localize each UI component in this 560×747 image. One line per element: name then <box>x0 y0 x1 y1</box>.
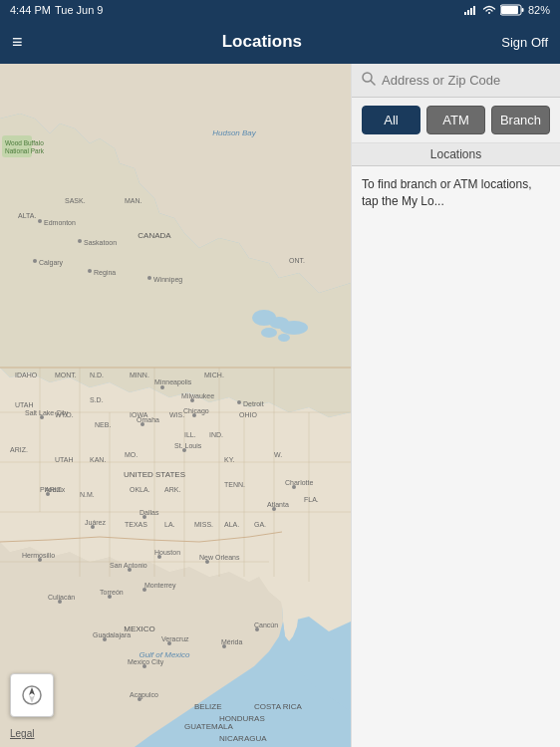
svg-point-75 <box>33 259 37 263</box>
day: Tue Jun 9 <box>55 4 104 16</box>
svg-text:BELIZE: BELIZE <box>194 702 222 711</box>
map-area[interactable]: Hudson Bay Gulf of Mexico CANADA UNITED … <box>0 64 351 747</box>
map-svg: Hudson Bay Gulf of Mexico CANADA UNITED … <box>0 64 351 747</box>
svg-point-79 <box>147 276 151 280</box>
svg-rect-0 <box>464 12 466 15</box>
svg-text:MO.: MO. <box>125 451 138 458</box>
svg-point-77 <box>88 269 92 273</box>
svg-text:IDAHO: IDAHO <box>15 372 38 378</box>
svg-text:GUATEMALA: GUATEMALA <box>184 722 233 731</box>
svg-text:Minneapolis: Minneapolis <box>154 378 192 386</box>
svg-text:WIS.: WIS. <box>169 411 184 418</box>
svg-text:MINN.: MINN. <box>130 372 149 378</box>
svg-text:Edmonton: Edmonton <box>44 219 76 226</box>
header: ≡ Locations Sign Off <box>0 20 560 64</box>
svg-text:N.D.: N.D. <box>90 372 104 378</box>
svg-text:Cancún: Cancún <box>254 622 278 628</box>
svg-text:Wood Buffalo: Wood Buffalo <box>5 139 44 146</box>
svg-text:San Antonio: San Antonio <box>110 562 147 569</box>
svg-rect-2 <box>470 8 472 15</box>
locations-section-label: Locations <box>352 143 560 166</box>
svg-text:Charlotte: Charlotte <box>285 479 314 486</box>
my-location-button[interactable] <box>10 673 54 717</box>
info-text: To find branch or ATM locations, tap the… <box>352 166 560 220</box>
svg-text:Regina: Regina <box>94 269 116 277</box>
svg-marker-136 <box>29 687 35 695</box>
filter-atm-button[interactable]: ATM <box>426 106 485 134</box>
svg-text:TEXAS: TEXAS <box>125 521 147 528</box>
svg-rect-5 <box>521 8 523 12</box>
signal-icon <box>464 5 478 15</box>
battery-pct: 82% <box>528 4 550 16</box>
svg-text:ALTA.: ALTA. <box>18 212 36 219</box>
svg-rect-6 <box>501 6 518 14</box>
svg-text:Torreón: Torreón <box>100 589 124 596</box>
svg-text:ALA.: ALA. <box>224 521 239 528</box>
battery-icon <box>500 4 524 16</box>
svg-point-11 <box>261 328 277 338</box>
svg-text:ILL.: ILL. <box>184 431 196 438</box>
status-right: 82% <box>464 4 550 16</box>
svg-line-140 <box>371 81 375 85</box>
main-layout: Hudson Bay Gulf of Mexico CANADA UNITED … <box>0 64 560 747</box>
svg-point-71 <box>38 219 42 223</box>
svg-text:Winnipeg: Winnipeg <box>153 276 182 284</box>
search-input[interactable] <box>382 73 550 88</box>
svg-point-87 <box>237 400 241 404</box>
filter-branch-button[interactable]: Branch <box>491 106 550 134</box>
filter-all-button[interactable]: All <box>362 106 420 134</box>
svg-text:Acapulco: Acapulco <box>130 691 158 699</box>
wifi-icon <box>482 5 496 15</box>
svg-text:FLA.: FLA. <box>304 496 319 503</box>
svg-text:ARK.: ARK. <box>164 486 180 493</box>
svg-text:UNITED STATES: UNITED STATES <box>124 470 185 479</box>
svg-text:NICARAGUA: NICARAGUA <box>219 734 267 743</box>
svg-text:COSTA RICA: COSTA RICA <box>254 702 303 711</box>
svg-text:Culiacán: Culiacán <box>48 594 75 601</box>
svg-point-81 <box>160 385 164 389</box>
time: 4:44 PM <box>10 4 51 16</box>
svg-text:Mérida: Mérida <box>221 638 243 645</box>
svg-text:W.: W. <box>274 451 282 458</box>
svg-text:Phoenix: Phoenix <box>40 486 66 493</box>
svg-text:GA.: GA. <box>254 521 266 528</box>
svg-text:SASK.: SASK. <box>65 197 86 204</box>
svg-text:Hermosillo: Hermosillo <box>22 552 55 559</box>
svg-rect-1 <box>467 10 469 15</box>
menu-button[interactable]: ≡ <box>12 32 23 53</box>
svg-text:Chicago: Chicago <box>183 407 209 415</box>
sign-off-button[interactable]: Sign Off <box>501 35 548 50</box>
right-panel: All ATM Branch Locations To find branch … <box>351 64 560 747</box>
svg-text:St. Louis: St. Louis <box>174 442 202 449</box>
search-bar <box>352 64 560 98</box>
search-icon <box>362 72 376 89</box>
svg-text:Saskatoon: Saskatoon <box>84 239 117 246</box>
svg-text:Salt Lake City: Salt Lake City <box>25 409 69 417</box>
svg-text:Hudson Bay: Hudson Bay <box>212 128 257 137</box>
svg-text:UTAH: UTAH <box>55 456 74 463</box>
svg-text:S.D.: S.D. <box>90 396 104 403</box>
svg-text:HONDURAS: HONDURAS <box>219 714 265 723</box>
svg-marker-137 <box>29 695 35 703</box>
svg-text:KAN.: KAN. <box>90 456 106 463</box>
svg-text:Juárez: Juárez <box>85 519 107 526</box>
svg-text:Atlanta: Atlanta <box>267 501 289 508</box>
svg-text:LA.: LA. <box>164 521 175 528</box>
svg-text:Monterrey: Monterrey <box>144 582 176 590</box>
svg-text:MAN.: MAN. <box>125 197 142 204</box>
svg-text:Houston: Houston <box>154 549 180 556</box>
legal-link[interactable]: Legal <box>10 728 34 739</box>
svg-text:MISS.: MISS. <box>194 521 213 528</box>
svg-text:MICH.: MICH. <box>204 372 224 378</box>
svg-text:Veracruz: Veracruz <box>161 635 189 642</box>
svg-text:CANADA: CANADA <box>138 231 171 240</box>
page-title: Locations <box>23 32 502 52</box>
svg-text:OKLA.: OKLA. <box>130 486 150 493</box>
svg-text:Calgary: Calgary <box>39 259 64 267</box>
svg-text:MONT.: MONT. <box>55 372 77 378</box>
svg-point-73 <box>78 239 82 243</box>
svg-text:Milwaukee: Milwaukee <box>181 392 214 399</box>
svg-point-13 <box>280 321 308 335</box>
status-left: 4:44 PM Tue Jun 9 <box>10 4 103 16</box>
svg-text:Omaha: Omaha <box>137 416 159 423</box>
